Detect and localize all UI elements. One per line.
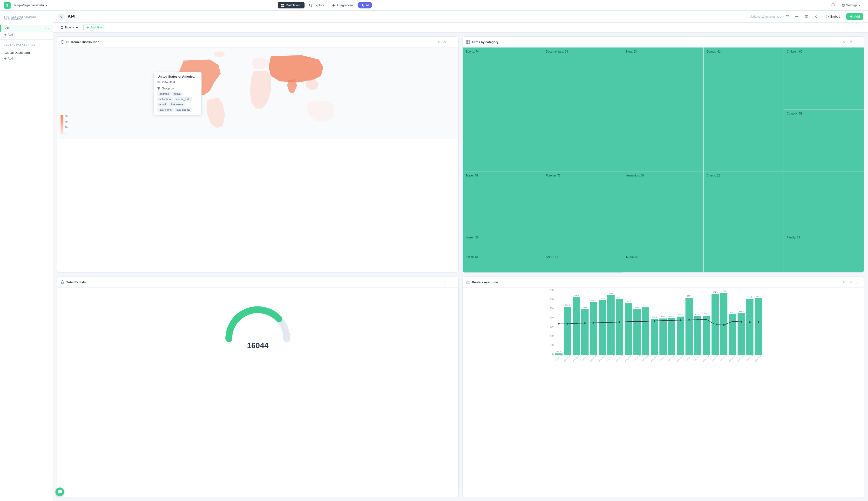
tag-activebool[interactable]: activebool [158,97,173,101]
svg-point-96 [602,322,603,323]
films-filter[interactable] [848,39,854,45]
film-cell-animation[interactable]: Animation: 66 [623,171,703,253]
rentals-over-time-title: Rentals over time [472,280,839,284]
film-cell-children[interactable]: Children: 60 [784,47,864,109]
app-body: SAMPLESUPABASEDATA DASHBOARDS KPI ⋯ Add … [0,11,868,501]
film-cell-sports[interactable]: Sports: 74 [463,47,543,171]
svg-text:396.9: 396.9 [661,316,666,318]
rentals-refresh[interactable]: ↻ [442,279,448,285]
svg-rect-69 [668,318,675,355]
notification-btn[interactable] [829,1,837,9]
film-cell-classics[interactable] [784,171,864,233]
film-cell-music[interactable]: Music: 51 [623,253,703,272]
svg-point-102 [654,320,655,322]
tooltip-group-by[interactable]: Group by [158,87,197,90]
customer-dist-refresh[interactable]: ↻ [436,39,441,45]
tag-email[interactable]: email [158,102,168,107]
svg-point-91 [558,323,560,324]
sidebar-item-kpi[interactable]: KPI ⋯ [0,24,53,32]
back-arrow-icon [60,15,63,18]
film-cell-documentary[interactable]: Documentary: 68 [543,47,623,171]
rentals-time-refresh[interactable]: ↻ [841,279,847,285]
tag-first-name[interactable]: first_name [169,102,185,107]
svg-text:413.5: 413.5 [695,313,700,315]
film-cell-horror[interactable]: Horror: 56 [463,233,543,253]
integrations-icon [332,4,335,7]
svg-rect-53 [599,300,606,355]
film-cell-scifi[interactable]: Sci-Fi: 61 [543,253,623,273]
svg-text:513.0: 513.0 [565,304,570,306]
svg-text:2005-10-24: 2005-10-24 [676,355,684,362]
settings-btn[interactable]: Settings [839,2,864,9]
tag-address[interactable]: address [158,92,171,96]
svg-rect-75 [694,316,701,355]
svg-text:402.4: 402.4 [669,315,674,317]
films-body: Sports: 74 Documentary: 68 New: 63 Games… [463,47,864,273]
svg-text:643.0: 643.0 [600,297,605,299]
svg-rect-55 [607,295,614,355]
filter-icon-2 [849,41,852,43]
film-cell-drama[interactable]: Drama: 62 [704,171,784,253]
film-cell-travel[interactable]: Travel: 57 [463,171,543,233]
sidebar-global-add-btn[interactable]: Add [0,56,53,61]
sidebar-add-btn[interactable]: Add [0,32,53,38]
svg-text:671.0: 671.0 [713,291,718,293]
svg-rect-51 [590,302,597,355]
project-selector[interactable]: SampleSupabaseData [12,3,48,7]
film-cell-action[interactable]: Action: 64 [463,253,543,273]
svg-text:641.0: 641.0 [748,296,752,298]
customer-dist-filter[interactable] [442,39,448,45]
svg-text:2005-08-08: 2005-08-08 [581,355,588,362]
back-btn[interactable] [58,13,65,20]
svg-rect-61 [633,309,641,355]
legend-labels: 60 40 20 0 [65,115,67,134]
tooltip-view-data[interactable]: View Data [158,80,197,84]
mail-btn[interactable] [803,13,810,20]
svg-text:2006-01-16: 2006-01-16 [746,355,753,362]
refresh-icon [785,15,789,18]
film-cell-comedy[interactable]: Comedy: 58 [784,109,864,171]
dashboard-nav-btn[interactable]: Dashboard [278,2,305,9]
customer-dist-menu[interactable]: ⋮ [449,39,455,45]
add-widget-btn[interactable]: Add [846,13,863,20]
svg-point-7 [843,4,844,6]
svg-text:504.0: 504.0 [635,307,640,309]
svg-point-97 [610,322,612,323]
svg-point-104 [671,320,673,321]
tag-active[interactable]: active [172,92,183,96]
svg-text:2005-09-19: 2005-09-19 [633,355,640,362]
sidebar-item-menu-icon[interactable]: ⋯ [45,26,49,31]
chat-bubble[interactable] [55,488,64,496]
share-btn[interactable] [813,13,820,20]
clock-icon [61,26,63,29]
add-filter-btn[interactable]: Add Filter [83,24,106,30]
tag-last-name[interactable]: last_name [158,108,174,112]
refresh-btn[interactable] [784,13,791,20]
rentals-time-filter[interactable] [848,279,854,285]
tag-last-update[interactable]: last_update [174,108,192,112]
film-cell-games[interactable]: Games: 61 [704,47,784,171]
svg-text:2005-10-31: 2005-10-31 [685,355,692,362]
svg-text:2005-10-10: 2005-10-10 [659,355,666,362]
app-logo: S [4,2,11,9]
films-menu[interactable]: ⋮ [855,39,860,45]
explore-nav-btn[interactable]: Explore [306,2,328,9]
ai-nav-btn[interactable]: AI [357,2,372,9]
tag-create-date[interactable]: create_date [174,97,192,101]
sidebar-divider [0,39,53,40]
nav-center: Dashboard Explore Integrations AI [278,2,372,9]
plus-icon-3 [850,15,853,18]
rentals-menu[interactable]: ⋮ [449,279,455,285]
time-filter[interactable]: Time [58,24,81,30]
film-cell-new[interactable]: New: 63 [623,47,703,171]
film-cell-family[interactable]: Family: 69 [784,233,864,272]
embed-btn[interactable]: Embed [822,13,844,20]
rentals-time-menu[interactable]: ⋮ [855,279,860,285]
integrations-nav-btn[interactable]: Integrations [329,2,357,9]
films-refresh[interactable]: ↻ [841,39,847,45]
world-map-svg [57,47,458,139]
activity-btn[interactable] [793,13,801,20]
sidebar-item-global[interactable]: Global Dashboard [0,50,53,56]
film-cell-foreign[interactable]: Foreign: 73 [543,171,623,253]
tooltip-tags-container: address active activebool create_date em… [158,92,197,112]
